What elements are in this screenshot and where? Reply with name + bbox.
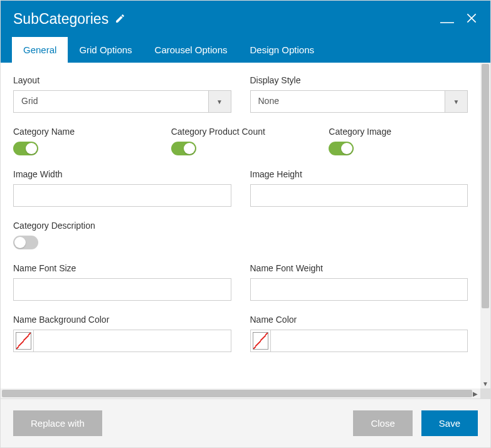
dialog: SubCategories — General Grid Options Car… bbox=[0, 0, 491, 448]
chevron-down-icon: ▼ bbox=[208, 91, 231, 112]
display-style-value: None bbox=[251, 91, 445, 112]
dialog-title: SubCategories bbox=[13, 11, 108, 28]
category-name-label: Category Name bbox=[13, 127, 152, 137]
dialog-footer: Replace with Close Save bbox=[1, 399, 490, 447]
vertical-scrollbar[interactable]: ▼ bbox=[480, 63, 490, 388]
minimize-icon[interactable]: — bbox=[440, 19, 454, 25]
content-wrapper: Layout Grid ▼ Display Style None ▼ Ca bbox=[1, 63, 490, 388]
name-font-size-input[interactable] bbox=[13, 278, 231, 301]
category-description-label: Category Description bbox=[13, 221, 468, 231]
name-color-picker[interactable] bbox=[250, 330, 468, 352]
display-style-label: Display Style bbox=[250, 75, 468, 85]
category-image-label: Category Image bbox=[329, 127, 468, 137]
scrollbar-thumb[interactable] bbox=[482, 64, 489, 308]
tabs: General Grid Options Carousel Options De… bbox=[1, 37, 490, 63]
horizontal-scrollbar[interactable]: ▶ bbox=[1, 388, 490, 399]
close-icon[interactable] bbox=[465, 12, 478, 27]
scrollbar-corner bbox=[480, 388, 490, 399]
name-font-size-label: Name Font Size bbox=[13, 263, 231, 273]
tab-carousel-options[interactable]: Carousel Options bbox=[144, 37, 239, 63]
header-title-wrap: SubCategories bbox=[13, 11, 125, 28]
header-controls: — bbox=[440, 12, 478, 27]
layout-value: Grid bbox=[14, 91, 208, 112]
tab-general[interactable]: General bbox=[12, 37, 68, 63]
category-image-toggle[interactable] bbox=[329, 142, 354, 155]
replace-with-button[interactable]: Replace with bbox=[13, 410, 102, 436]
chevron-down-icon[interactable]: ▼ bbox=[480, 380, 490, 387]
chevron-down-icon: ▼ bbox=[445, 91, 467, 112]
image-width-input[interactable] bbox=[13, 184, 231, 207]
layout-select[interactable]: Grid ▼ bbox=[13, 90, 231, 113]
name-color-input[interactable] bbox=[271, 330, 468, 352]
name-font-weight-label: Name Font Weight bbox=[250, 263, 468, 273]
tab-grid-options[interactable]: Grid Options bbox=[68, 37, 143, 63]
image-height-label: Image Height bbox=[250, 169, 468, 179]
name-background-color-label: Name Background Color bbox=[13, 315, 231, 325]
name-color-label: Name Color bbox=[250, 315, 468, 325]
category-product-count-toggle[interactable] bbox=[171, 142, 196, 155]
no-color-icon bbox=[14, 330, 34, 352]
category-name-toggle[interactable] bbox=[13, 142, 38, 155]
name-background-color-input[interactable] bbox=[34, 330, 231, 352]
no-color-icon bbox=[251, 330, 271, 352]
image-width-label: Image Width bbox=[13, 169, 231, 179]
close-button[interactable]: Close bbox=[353, 410, 412, 436]
chevron-right-icon[interactable]: ▶ bbox=[473, 390, 478, 397]
name-background-color-picker[interactable] bbox=[13, 330, 231, 352]
content-area: Layout Grid ▼ Display Style None ▼ Ca bbox=[1, 63, 480, 388]
layout-label: Layout bbox=[13, 75, 231, 85]
image-height-input[interactable] bbox=[250, 184, 468, 207]
tab-design-options[interactable]: Design Options bbox=[238, 37, 325, 63]
category-product-count-label: Category Product Count bbox=[171, 127, 310, 137]
category-description-toggle[interactable] bbox=[13, 236, 38, 249]
dialog-header: SubCategories — bbox=[1, 1, 490, 37]
display-style-select[interactable]: None ▼ bbox=[250, 90, 468, 113]
pencil-icon bbox=[115, 11, 125, 28]
save-button[interactable]: Save bbox=[421, 410, 478, 436]
name-font-weight-input[interactable] bbox=[250, 278, 468, 301]
scrollbar-thumb[interactable] bbox=[2, 390, 472, 397]
